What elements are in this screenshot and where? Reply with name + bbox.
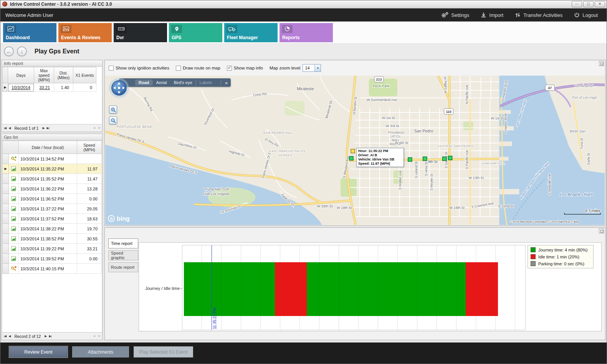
gps-row[interactable]: 10/3/2014 11:36:52 PM0.00 bbox=[3, 194, 102, 204]
gps-row[interactable]: 10/3/2014 11:40:15 PM bbox=[3, 264, 102, 274]
checkbox-icon[interactable] bbox=[227, 66, 232, 71]
pager-append-button[interactable]: + bbox=[93, 334, 96, 338]
minimize-button[interactable]: — bbox=[572, 1, 582, 7]
nav-tab-reports[interactable]: Reports bbox=[280, 23, 333, 42]
row-indicator bbox=[3, 224, 9, 234]
map[interactable]: MiralestePeck ParkW Summerland AveCrest … bbox=[105, 76, 605, 225]
map-option-checkbox-0[interactable]: Show only ignition activities bbox=[109, 66, 169, 71]
cell-datetime[interactable]: 10/3/2014 11:38:22 PM bbox=[19, 224, 77, 234]
cell-max-speed[interactable]: 33.21 bbox=[34, 83, 54, 92]
gps-row[interactable]: ▶10/3/2014 11:35:22 PM11.97 bbox=[3, 164, 102, 174]
nav-tab-dashboard[interactable]: Dashboard bbox=[3, 23, 56, 42]
column-header: X1 Events bbox=[73, 67, 96, 83]
review-event-button[interactable]: Review Event bbox=[9, 346, 68, 357]
map-modes-collapse-button[interactable]: « bbox=[221, 80, 228, 86]
close-button[interactable]: ✕ bbox=[595, 1, 605, 7]
cell-datetime[interactable]: 10/3/2014 11:35:22 PM bbox=[19, 164, 77, 174]
gps-point-marker[interactable] bbox=[408, 157, 412, 161]
map-mode-road[interactable]: Road bbox=[135, 79, 153, 86]
nav-tab-events[interactable]: Events & Reviews bbox=[58, 23, 112, 42]
cell-datetime[interactable]: 10/3/2014 11:37:22 PM bbox=[19, 204, 77, 214]
chart-tab-speed-graphic[interactable]: Speed graphic bbox=[108, 250, 138, 260]
gps-row[interactable]: 10/3/2014 11:39:52 PM0.00 bbox=[3, 254, 102, 264]
checkbox-icon[interactable] bbox=[109, 66, 114, 71]
gps-row[interactable]: 10/3/2014 11:35:52 PM11.47 bbox=[3, 174, 102, 184]
map-panel-collapse-button[interactable] bbox=[599, 61, 604, 66]
gps-row[interactable]: 10/3/2014 11:34:52 PM bbox=[3, 154, 102, 164]
pager-prev-button[interactable]: ◀ bbox=[8, 334, 10, 338]
map-mode-labels[interactable]: Labels bbox=[196, 79, 215, 86]
pager-prev-button[interactable]: ◀ bbox=[8, 126, 10, 130]
gps-row[interactable]: 10/3/2014 11:38:52 PM30.55 bbox=[3, 234, 102, 244]
table-row[interactable]: ▶10/3/201433.211.400 bbox=[3, 83, 96, 92]
map-label: Lit'l Co bbox=[390, 134, 400, 138]
gps-row[interactable]: 10/3/2014 11:37:22 PM29.05 bbox=[3, 204, 102, 214]
map-mode-aerial[interactable]: Aerial bbox=[153, 79, 170, 86]
chart-plot[interactable]: 11:35:22 PM bbox=[182, 245, 526, 330]
map-toolbar: Show only ignition activitiesDraw route … bbox=[105, 60, 605, 76]
map-zoom-value: 14 bbox=[303, 66, 314, 70]
map-zoom-select[interactable]: 14 ▼ bbox=[303, 64, 321, 72]
pager-first-button[interactable]: |◀ bbox=[4, 126, 6, 130]
gps-point-marker[interactable] bbox=[349, 156, 353, 160]
pager-next-button[interactable]: ▶ bbox=[42, 126, 44, 130]
pager-last-button[interactable]: ▶| bbox=[49, 334, 51, 338]
chart-tab-time-report[interactable]: Time report bbox=[108, 238, 138, 248]
pager-append-button[interactable]: + bbox=[93, 126, 96, 130]
map-mode-bird-s-eye[interactable]: Bird's eye bbox=[170, 79, 196, 86]
legend-swatch-icon bbox=[531, 254, 536, 259]
map-zoom-in-button[interactable] bbox=[109, 106, 117, 114]
gps-row[interactable]: 10/3/2014 11:39:22 PM33.21 bbox=[3, 244, 102, 254]
nav-tab-gps[interactable]: GPS bbox=[169, 23, 222, 42]
cell-datetime[interactable]: 10/3/2014 11:39:22 PM bbox=[19, 244, 77, 254]
attachments-button[interactable]: Attachments bbox=[72, 346, 129, 357]
highway-shield-label: 47 bbox=[548, 86, 552, 90]
map-option-checkbox-2[interactable]: Show map info bbox=[227, 66, 263, 71]
selected-gps-marker[interactable] bbox=[351, 149, 355, 153]
cell-datetime[interactable]: 10/3/2014 11:35:52 PM bbox=[19, 174, 77, 184]
combo-arrow-icon[interactable]: ▼ bbox=[314, 65, 321, 71]
pager-delete-button[interactable]: × bbox=[98, 126, 100, 130]
cell-datetime[interactable]: 10/3/2014 11:39:52 PM bbox=[19, 254, 77, 264]
cell-datetime[interactable]: 10/3/2014 11:36:22 PM bbox=[19, 184, 77, 194]
cell-speed: 11.97 bbox=[77, 164, 102, 174]
cell-datetime[interactable]: 10/3/2014 11:40:15 PM bbox=[19, 264, 77, 274]
cell-datetime[interactable]: 10/3/2014 11:36:52 PM bbox=[19, 194, 77, 204]
cell-speed: 33.21 bbox=[77, 244, 102, 254]
map-label: EAST RANCHO PALOS bbox=[269, 149, 305, 153]
map-compass[interactable] bbox=[108, 77, 130, 100]
gps-point-marker[interactable] bbox=[448, 156, 452, 160]
topbar-transfer-button[interactable]: Transfer Activities bbox=[515, 12, 562, 18]
cell-datetime[interactable]: 10/3/2014 11:34:52 PM bbox=[19, 154, 77, 164]
cell-days[interactable]: 10/3/2014 bbox=[8, 83, 34, 92]
cell-datetime[interactable]: 10/3/2014 11:37:52 PM bbox=[19, 214, 77, 224]
gps-point-marker[interactable] bbox=[423, 157, 427, 160]
checkbox-icon[interactable] bbox=[176, 66, 181, 71]
gps-row[interactable]: 10/3/2014 11:36:22 PM13.28 bbox=[3, 184, 102, 194]
topbar-logout-button[interactable]: Logout bbox=[574, 12, 598, 18]
chart-tab-route-report[interactable]: Route report bbox=[108, 262, 138, 272]
nav-tab-fleet[interactable]: Fleet Manager bbox=[224, 23, 278, 42]
map-zoom-out-button[interactable] bbox=[109, 116, 117, 124]
pager-next-button[interactable]: ▶ bbox=[45, 334, 46, 338]
cell-datetime[interactable]: 10/3/2014 11:38:52 PM bbox=[19, 234, 77, 244]
gps-row[interactable]: 10/3/2014 11:37:52 PM18.63 bbox=[3, 214, 102, 224]
chart-panel-collapse-button[interactable] bbox=[599, 228, 604, 233]
topbar-settings-button[interactable]: Settings bbox=[441, 12, 469, 18]
gps-point-marker[interactable] bbox=[443, 157, 447, 160]
pager-last-button[interactable]: ▶| bbox=[47, 126, 49, 130]
column-header: Speed (MPH) bbox=[77, 141, 102, 154]
pager-first-button[interactable]: |◀ bbox=[4, 334, 6, 338]
legend-item: Parking time: 0 sec (0%) bbox=[531, 261, 590, 266]
cell-x1-events: 0 bbox=[73, 83, 96, 92]
gps-row[interactable]: 10/3/2014 11:38:22 PM19.70 bbox=[3, 224, 102, 234]
chart-cursor-line bbox=[212, 245, 212, 330]
map-option-checkbox-1[interactable]: Draw route on map bbox=[176, 66, 220, 71]
topbar-import-button[interactable]: Import bbox=[481, 12, 503, 18]
back-button[interactable]: ← bbox=[4, 46, 14, 56]
pager-delete-button[interactable]: × bbox=[98, 334, 100, 338]
nav-tab-dvr[interactable]: Dvr bbox=[114, 23, 167, 42]
timeline-segment-idle bbox=[275, 262, 307, 316]
maximize-button[interactable]: ▢ bbox=[583, 1, 594, 7]
down-button[interactable]: ↓ bbox=[17, 46, 27, 56]
